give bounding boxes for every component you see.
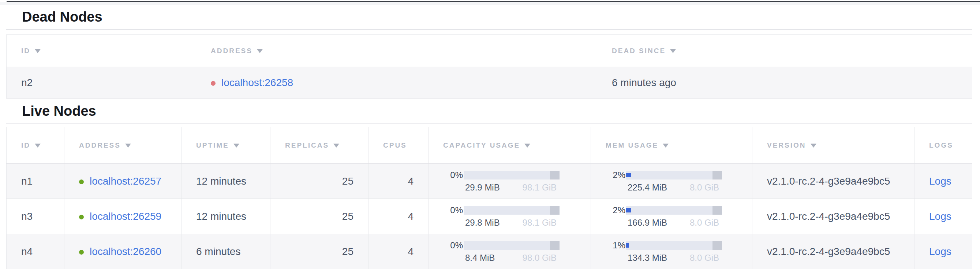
mem-total-value: 8.0 GiB [690,182,719,193]
mem-used-value: 166.9 MiB [628,218,667,228]
node-address-cell: localhost:26259 [64,199,181,234]
mem-usage-cell: 2% 225.4 MiB 8.0 GiB [591,164,752,199]
node-address-link[interactable]: localhost:26259 [90,210,161,222]
uptime-cell: 6 minutes [181,234,270,269]
replicas-cell: 25 [270,199,369,234]
bar-endcap [713,171,722,180]
mem-usage-bar [626,241,722,250]
dead-nodes-heading: Dead Nodes [6,5,972,30]
cpus-cell: 4 [369,199,428,234]
live-column-header-id[interactable]: ID [6,127,64,164]
mem-total-value: 8.0 GiB [690,253,719,263]
mem-usage-bar [626,171,722,180]
column-label: UPTIME [196,142,229,149]
capacity-total-value: 98.1 GiB [523,182,557,193]
live-nodes-table: ID ADDRESS UPTIME REPLICAS CPUS CAPACITY… [6,127,972,269]
node-id-cell: n2 [6,67,196,99]
bar-endcap [550,206,560,215]
capacity-usage-cell: 0% 8.4 MiB 98.0 GiB [428,234,591,269]
cpus-cell: 4 [369,164,428,199]
replicas-cell: 25 [270,164,369,199]
sort-arrow-icon [125,143,131,148]
column-label: ID [21,47,30,54]
bar-endcap [550,171,560,180]
mem-percent-label: 2% [609,170,625,180]
live-nodes-title: Live Nodes [22,103,96,119]
version-cell: v2.1.0-rc.2-4-g3e9a4e9bc5 [752,164,915,199]
logs-link[interactable]: Logs [929,175,951,187]
node-id-cell: n1 [6,164,64,199]
mem-usage-cell: 1% 134.3 MiB 8.0 GiB [591,234,752,269]
sort-arrow-icon [524,143,530,148]
sort-arrow-icon [35,143,41,148]
uptime-cell: 12 minutes [181,199,270,234]
column-label: CPUS [383,142,407,149]
live-column-header-mem-usage[interactable]: MEM USAGE [591,127,752,164]
node-address-link[interactable]: localhost:26257 [90,175,161,187]
sort-arrow-icon [663,143,668,148]
bar-endcap [713,241,722,250]
capacity-usage-bar [464,206,560,215]
bar-endcap [713,206,722,215]
capacity-used-value: 8.4 MiB [465,253,495,263]
capacity-used-value: 29.9 MiB [465,182,500,193]
live-column-header-uptime[interactable]: UPTIME [181,127,270,164]
logs-link[interactable]: Logs [929,210,951,222]
bar-fill [626,243,629,248]
sort-arrow-icon [333,143,339,148]
node-address-cell: localhost:26257 [64,164,181,199]
node-id-cell: n3 [6,199,64,234]
mem-used-value: 134.3 MiB [628,253,667,263]
bar-fill [626,173,631,177]
sort-arrow-icon [234,143,239,148]
live-column-header-address[interactable]: ADDRESS [64,127,181,164]
live-node-row: n3 localhost:26259 12 minutes 25 4 0% 29… [6,199,972,234]
live-status-dot-icon [79,250,84,255]
dead-nodes-table: ID ADDRESS DEAD SINCE n2 localhost:26258… [6,34,972,99]
dead-since-cell: 6 minutes ago [597,67,972,99]
column-label: CAPACITY USAGE [443,142,520,149]
bar-fill [626,208,631,212]
mem-percent-label: 2% [609,205,625,215]
column-label: LOGS [929,142,953,149]
live-node-row: n1 localhost:26257 12 minutes 25 4 0% 29… [6,164,972,199]
sort-arrow-icon [35,49,41,53]
dead-node-row: n2 localhost:26258 6 minutes ago [6,67,972,99]
node-address-link[interactable]: localhost:26260 [90,246,161,257]
version-cell: v2.1.0-rc.2-4-g3e9a4e9bc5 [752,234,915,269]
live-nodes-header-row: ID ADDRESS UPTIME REPLICAS CPUS CAPACITY… [6,127,972,164]
column-label: VERSION [767,142,806,149]
sort-arrow-icon [257,49,263,53]
dead-status-dot-icon [211,81,216,86]
page-background-band [0,2,980,5]
mem-total-value: 8.0 GiB [690,218,719,228]
dead-column-header-dead-since[interactable]: DEAD SINCE [597,35,972,67]
column-label: ADDRESS [211,47,253,54]
live-column-header-logs: LOGS [915,127,972,164]
capacity-total-value: 98.0 GiB [523,253,557,263]
dead-column-header-id[interactable]: ID [6,35,196,67]
live-status-dot-icon [79,215,84,220]
sort-arrow-icon [670,49,676,53]
live-column-header-version[interactable]: VERSION [752,127,915,164]
nodes-overview-card: Dead Nodes ID ADDRESS DEAD SINCE n2 loca… [6,5,972,269]
logs-cell: Logs [915,164,972,199]
sort-arrow-icon [811,143,816,148]
dead-column-header-address[interactable]: ADDRESS [196,35,597,67]
version-cell: v2.1.0-rc.2-4-g3e9a4e9bc5 [752,199,915,234]
logs-link[interactable]: Logs [929,246,951,257]
column-label: ADDRESS [79,142,121,149]
live-column-header-capacity-usage[interactable]: CAPACITY USAGE [428,127,591,164]
dead-nodes-header-row: ID ADDRESS DEAD SINCE [6,35,972,67]
capacity-percent-label: 0% [446,240,463,250]
capacity-usage-bar [464,241,560,250]
logs-cell: Logs [915,199,972,234]
bar-endcap [550,241,560,250]
live-node-row: n4 localhost:26260 6 minutes 25 4 0% 8.4… [6,234,972,269]
cpus-cell: 4 [369,234,428,269]
live-column-header-cpus: CPUS [369,127,428,164]
live-column-header-replicas[interactable]: REPLICAS [270,127,369,164]
node-address-link[interactable]: localhost:26258 [221,77,293,88]
capacity-percent-label: 0% [446,170,463,180]
mem-usage-cell: 2% 166.9 MiB 8.0 GiB [591,199,752,234]
